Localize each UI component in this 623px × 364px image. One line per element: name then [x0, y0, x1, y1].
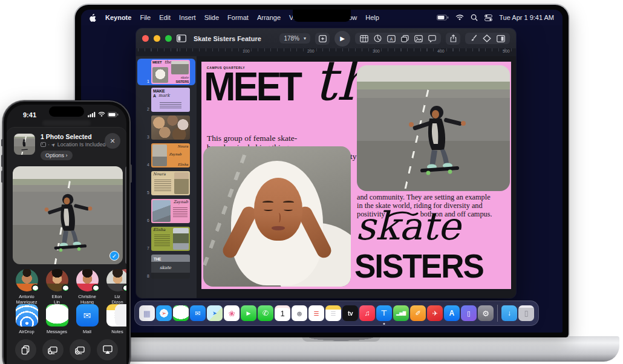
share-contact[interactable]: AntonioManriquez: [14, 269, 39, 305]
slide-thumbnail-1[interactable]: 1 MEET the skate SISTERS: [137, 59, 195, 85]
copy-button[interactable]: [15, 339, 36, 360]
dock-app-icon[interactable]: ⚙: [478, 305, 494, 321]
dock-app-icon[interactable]: ❀: [224, 305, 240, 321]
slide-thumbnail-5[interactable]: 5 Noura: [136, 170, 197, 197]
slide-headline-sisters[interactable]: SISTERS: [354, 249, 483, 282]
zoom-level-value: 178%: [284, 35, 299, 42]
dock-app-icon[interactable]: 1: [275, 305, 290, 321]
airplay-button[interactable]: [97, 339, 118, 360]
dock-app-icon[interactable]: ☰: [308, 305, 324, 321]
play-button[interactable]: ▶: [334, 31, 350, 47]
document-icon[interactable]: [497, 35, 505, 42]
menu-item[interactable]: Slide: [204, 14, 219, 21]
menu-clock[interactable]: Tue Apr 1 9:41 AM: [499, 14, 554, 21]
dock-tray-icon[interactable]: ▯: [518, 305, 534, 321]
battery-icon: [108, 111, 119, 119]
dock-app-icon[interactable]: ▦: [139, 305, 155, 321]
menu-item[interactable]: Format: [227, 14, 249, 21]
view-sidebar-icon[interactable]: [177, 34, 186, 42]
dock-app-icon[interactable]: ▶: [241, 305, 256, 321]
slide-1-editor[interactable]: CAMPUS QUARTERLY MEET the This group of …: [201, 62, 511, 289]
share-title: 1 Photo Selected: [41, 133, 92, 140]
menu-item[interactable]: Insert: [179, 14, 196, 21]
dock-app-icon[interactable]: ♫: [359, 305, 375, 321]
dock-app-icon[interactable]: ➤: [207, 305, 223, 321]
dock-app-icon[interactable]: ✆: [258, 305, 273, 321]
thumb-text: Zaynab: [174, 200, 188, 204]
menu-item[interactable]: Edit: [159, 14, 171, 21]
dock-app-icon[interactable]: ⊤: [376, 305, 392, 321]
close-window-button[interactable]: [142, 35, 149, 42]
dock-app-icon[interactable]: ☻: [292, 305, 307, 321]
minimize-window-button[interactable]: [154, 35, 160, 42]
share-contact[interactable]: EltonLin: [44, 269, 70, 305]
slide-photo-skater[interactable]: [357, 65, 510, 191]
dock-app-icon[interactable]: tv: [342, 305, 358, 321]
add-to-album-button[interactable]: [70, 339, 91, 360]
format-brush-icon[interactable]: [470, 34, 477, 42]
thumb-photo: [152, 200, 171, 222]
menu-app-name[interactable]: Keynote: [105, 14, 131, 21]
skateboarder-figure: [404, 92, 471, 177]
dock-app-icon[interactable]: ➢: [156, 305, 172, 321]
share-icon[interactable]: [446, 33, 460, 45]
share-app[interactable]: Messages: [44, 304, 70, 334]
comment-icon[interactable]: [428, 35, 436, 42]
dock-app-icon[interactable]: ▂▅▇: [393, 305, 409, 321]
add-slide-button[interactable]: [315, 33, 330, 45]
dock-tray-icon[interactable]: ↓: [501, 305, 517, 321]
slide-navigator[interactable]: 1 MEET the skate SISTERS 2: [136, 56, 197, 298]
share-sheet: 1 Photo Selected · ➤ Location Is Include…: [7, 128, 126, 364]
share-contact[interactable]: LizDizon: [105, 269, 126, 305]
menu-item[interactable]: Arrange: [257, 14, 281, 21]
apple-logo-icon[interactable]: [90, 13, 97, 22]
dock-app-glyph: ✉: [195, 310, 200, 317]
animate-icon[interactable]: [483, 34, 491, 42]
slide-thumbnail-4[interactable]: 4 Noura Zaynab Elisha: [136, 142, 197, 169]
dock-app-icon[interactable]: ▯: [461, 305, 477, 321]
ruler: 100200300400500: [136, 48, 516, 56]
battery-icon[interactable]: [437, 15, 449, 21]
dock-app-icon[interactable]: [173, 305, 189, 321]
search-icon[interactable]: [471, 14, 478, 21]
save-to-files-button[interactable]: [42, 339, 64, 360]
inspector-toolbar-group: [465, 33, 510, 44]
options-button[interactable]: Options ›: [41, 151, 73, 160]
slide-number: 3: [142, 135, 149, 140]
slide-canvas[interactable]: CAMPUS QUARTERLY MEET the This group of …: [197, 56, 516, 298]
slide-thumbnail-3[interactable]: 3: [136, 114, 197, 141]
zoom-window-button[interactable]: [165, 35, 172, 42]
slide-thumbnail-8[interactable]: 8 THE skate: [136, 253, 197, 280]
dock-app-icon[interactable]: A: [444, 305, 460, 321]
control-center-icon[interactable]: [484, 15, 492, 21]
slide-photo-portrait[interactable]: [203, 146, 351, 287]
close-icon[interactable]: ✕: [105, 133, 120, 149]
share-app[interactable]: AirDrop: [14, 304, 39, 334]
share-app-icon: [46, 304, 68, 327]
dock-app-icon[interactable]: ✐: [410, 305, 426, 321]
slide-headline-meet[interactable]: MEET: [204, 67, 300, 107]
slide-thumbnail-6[interactable]: 6 Zaynab: [136, 198, 197, 224]
dock-app-icon[interactable]: ✈: [427, 305, 443, 321]
dock-app-icon[interactable]: ☰: [325, 305, 341, 321]
messages-badge-icon: [31, 284, 39, 292]
thumb-photo: [174, 172, 189, 194]
next-photo-edge[interactable]: [125, 166, 126, 264]
slide-thumbnail-7[interactable]: 7 Elisha: [136, 226, 197, 252]
wifi-icon[interactable]: [455, 15, 464, 21]
selected-photo[interactable]: ✓: [13, 166, 123, 264]
text-box-icon[interactable]: A: [387, 35, 396, 42]
slide-headline-skate[interactable]: skate: [356, 207, 460, 245]
menu-item[interactable]: Help: [365, 14, 379, 21]
table-icon[interactable]: [360, 35, 368, 42]
share-contact[interactable]: ChristineHuang: [74, 269, 100, 305]
shape-icon[interactable]: [401, 35, 409, 42]
dock-app-icon[interactable]: ✉: [190, 305, 206, 321]
share-app[interactable]: ✉Mail: [74, 304, 100, 334]
zoom-level-control[interactable]: 178% ▾: [279, 33, 310, 44]
slide-thumbnail-2[interactable]: 2 MAKE A mark: [136, 86, 197, 113]
menu-item[interactable]: File: [140, 14, 151, 21]
thumb-text: Elisha: [153, 227, 165, 232]
media-icon[interactable]: [414, 35, 423, 42]
chart-icon[interactable]: [374, 34, 382, 42]
